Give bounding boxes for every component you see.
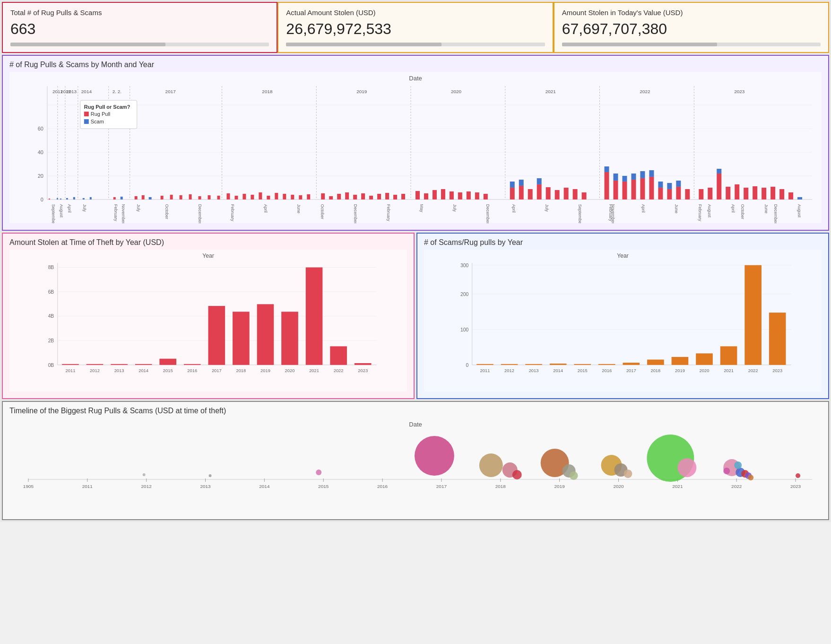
year-2017: 2017 [165, 89, 176, 94]
scams-x-label: Year [617, 252, 629, 259]
y-tick-40: 40 [38, 149, 43, 155]
theft-bar-2017 [208, 306, 225, 365]
kpi-value-0: 663 [10, 20, 269, 38]
sc-x-2014: 2014 [553, 368, 563, 373]
bar-2023-10 [779, 189, 784, 200]
month-sep2: September [578, 204, 582, 223]
timeline-title: Timeline of the Biggest Rug Pulls & Scam… [9, 407, 822, 415]
bubble-2022-6 [734, 461, 742, 469]
bar-2023-4 [726, 187, 730, 200]
month-dec4: December [773, 204, 778, 223]
scams-bar-2015 [574, 364, 591, 365]
bar-2019-4 [345, 192, 349, 200]
month-dec3: December [485, 204, 490, 223]
bar-2023-6 [744, 188, 748, 200]
tl-2011: 2011 [82, 484, 93, 489]
scams-bar-2013 [525, 364, 542, 365]
monthly-chart-section: # of Rug Pulls & Scams by Month and Year… [2, 55, 829, 231]
sc-x-2018: 2018 [650, 368, 660, 373]
kpi-card-stolen-actual: Actual Amount Stolen (USD) 26,679,972,53… [277, 2, 553, 53]
theft-bar-2015 [159, 359, 176, 365]
theft-bar-2019 [257, 304, 274, 365]
theft-chart-section: Amount Stolen at Time of Theft by Year (… [2, 233, 415, 399]
sc-x-2011: 2011 [480, 368, 490, 373]
bar-2019-9 [385, 193, 389, 200]
x-2014: 2014 [138, 368, 148, 373]
bar-2018-7 [275, 193, 278, 200]
bar-2023-1 [699, 189, 703, 200]
bubble-2020-3 [623, 470, 632, 478]
bar-2017-3 [149, 197, 152, 200]
tl-2020: 2020 [613, 484, 624, 489]
bar-2011-2 [57, 198, 58, 200]
kpi-card-stolen-today: Amount Stolen in Today's Value (USD) 67,… [554, 2, 829, 53]
bar-2021-6 [555, 190, 560, 200]
month-oct3: October [740, 204, 745, 219]
bubble-2022-5 [748, 475, 753, 480]
sc-x-2012: 2012 [504, 368, 514, 373]
y-tick-0: 0 [41, 197, 43, 202]
x-2022: 2022 [334, 368, 344, 373]
month-feb: February [113, 204, 118, 221]
kpi-value-1: 26,679,972,533 [286, 20, 545, 38]
theft-chart-svg: Year 0B 2B 4B 6B 8B [9, 250, 407, 392]
bar-2018-3 [242, 194, 246, 200]
bar-2014-2 [90, 197, 92, 200]
legend-title: Rug Pull or Scam? [84, 104, 130, 110]
x-2011: 2011 [66, 368, 76, 373]
bubble-2018-3 [512, 470, 522, 479]
bar-2017-9 [208, 195, 211, 200]
bar-2012-1 [60, 199, 61, 200]
legend-rug-pull-label: Rug Pull [91, 111, 110, 117]
bubble-2023 [796, 473, 800, 478]
y-tick-20: 20 [38, 173, 43, 179]
month-feb3: February [386, 204, 391, 221]
bar-2015-1 [113, 197, 116, 200]
bubble-2022-7 [723, 468, 730, 474]
bar-2019-7 [369, 196, 373, 200]
month-dec2: December [353, 204, 358, 223]
year-2023: 2023 [734, 89, 745, 94]
scams-count-section: # of Scams/Rug pulls by Year Year 0 100 … [416, 233, 829, 399]
bar-2020-3 [433, 190, 437, 200]
bar-2022-sep-b [667, 183, 672, 189]
kpi-bar-0 [10, 43, 269, 46]
bar-2020-5 [450, 191, 454, 200]
month-jul4: July [545, 204, 549, 212]
bar-2021-2 [519, 186, 524, 200]
theft-bar-2013 [111, 364, 128, 365]
month-oct: October [164, 204, 169, 219]
bar-2023-2 [708, 188, 712, 200]
bar-2021-8 [573, 189, 578, 200]
bar-2017-5 [170, 195, 173, 200]
legend-scam-label: Scam [91, 119, 104, 124]
month-feb5: February [698, 204, 702, 221]
bar-2017-10 [217, 196, 220, 200]
bubble-2019-3 [570, 471, 578, 480]
scams-y-100: 100 [460, 327, 468, 332]
month-aug3: August [797, 204, 802, 218]
tl-2014: 2014 [259, 484, 270, 489]
year-2022: 2022 [640, 89, 650, 94]
bar-2019-8 [377, 194, 381, 200]
sc-x-2019: 2019 [675, 368, 685, 373]
month-aug2: August [707, 204, 712, 218]
dashboard: Total # of Rug Pulls & Scams 663 Actual … [0, 0, 831, 522]
timeline-svg: Date 1905 2011 2012 2013 2014 2015 2016 … [9, 418, 822, 513]
theft-x-label: Year [202, 252, 214, 259]
tl-2015: 2015 [318, 484, 329, 489]
scams-bar-2021 [720, 346, 737, 365]
year-2018: 2018 [262, 89, 273, 94]
x-2019: 2019 [260, 368, 270, 373]
bar-2020-7 [467, 191, 471, 200]
theft-y-0: 0B [48, 363, 54, 368]
month-jul3: July [452, 204, 457, 212]
bar-2021-3 [528, 189, 533, 200]
month-feb2: February [230, 204, 235, 221]
bar-2019-11 [401, 194, 405, 200]
kpi-value-2: 67,697,707,380 [562, 20, 821, 38]
bubble-2013-1 [209, 474, 212, 477]
month-jun: June [296, 204, 301, 213]
theft-y-8b: 8B [48, 265, 54, 270]
theft-bar-2021 [306, 268, 323, 365]
